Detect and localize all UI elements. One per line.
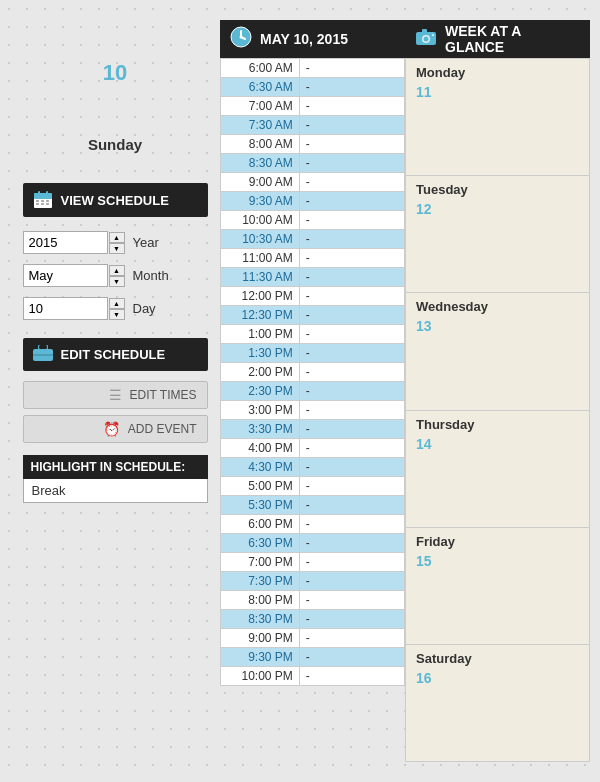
event-cell: -: [299, 401, 404, 420]
month-down-button[interactable]: ▼: [109, 276, 125, 287]
event-cell: -: [299, 610, 404, 629]
time-cell: 6:30 AM: [221, 78, 300, 97]
year-up-button[interactable]: ▲: [109, 232, 125, 243]
day-down-button[interactable]: ▼: [109, 309, 125, 320]
svg-rect-4: [46, 191, 48, 196]
month-spinner: ▲ ▼: [109, 265, 125, 287]
time-cell: 8:30 PM: [221, 610, 300, 629]
add-event-button[interactable]: ⏰ ADD EVENT: [23, 415, 208, 443]
year-down-button[interactable]: ▼: [109, 243, 125, 254]
time-cell: 9:00 PM: [221, 629, 300, 648]
event-cell: -: [299, 477, 404, 496]
event-cell: -: [299, 173, 404, 192]
event-cell: -: [299, 306, 404, 325]
event-cell: -: [299, 249, 404, 268]
event-cell: -: [299, 325, 404, 344]
schedule-column: MAY 10, 2015 6:00 AM-6:30 AM-7:00 AM-7:3…: [220, 20, 405, 762]
week-glance-column: WEEK AT A GLANCE Monday11Tuesday12Wednes…: [405, 20, 590, 762]
highlight-value: Break: [23, 479, 208, 503]
event-cell: -: [299, 648, 404, 667]
week-day-block: Thursday14: [405, 411, 590, 528]
time-cell: 7:00 AM: [221, 97, 300, 116]
time-cell: 4:30 PM: [221, 458, 300, 477]
briefcase-icon: [33, 345, 53, 364]
view-schedule-button[interactable]: VIEW SCHEDULE: [23, 183, 208, 217]
svg-rect-2: [34, 193, 52, 199]
time-cell: 7:30 PM: [221, 572, 300, 591]
year-field-row: 2015 ▲ ▼ Year: [23, 231, 208, 254]
event-cell: -: [299, 154, 404, 173]
week-glance-title: WEEK AT A GLANCE: [445, 23, 580, 55]
svg-point-18: [240, 35, 243, 38]
time-cell: 5:30 PM: [221, 496, 300, 515]
week-day-number: 16: [416, 670, 579, 686]
view-schedule-label: VIEW SCHEDULE: [61, 193, 169, 208]
day-input[interactable]: 10: [23, 297, 108, 320]
svg-rect-7: [46, 200, 49, 202]
event-cell: -: [299, 59, 404, 78]
svg-rect-23: [432, 34, 434, 36]
event-cell: -: [299, 116, 404, 135]
svg-rect-13: [39, 345, 47, 349]
edit-schedule-button[interactable]: EDIT SCHEDULE: [23, 338, 208, 371]
time-cell: 9:30 PM: [221, 648, 300, 667]
highlight-section: HIGHLIGHT IN SCHEDULE: Break: [23, 455, 208, 503]
event-cell: -: [299, 439, 404, 458]
event-cell: -: [299, 515, 404, 534]
event-cell: -: [299, 287, 404, 306]
svg-point-21: [424, 36, 429, 41]
event-cell: -: [299, 667, 404, 686]
schedule-header: MAY 10, 2015: [220, 20, 405, 58]
event-cell: -: [299, 572, 404, 591]
year-label: Year: [133, 235, 159, 250]
event-cell: -: [299, 97, 404, 116]
add-event-label: ADD EVENT: [128, 422, 197, 436]
schedule-clock-icon: [230, 26, 252, 53]
event-cell: -: [299, 135, 404, 154]
time-cell: 12:00 PM: [221, 287, 300, 306]
week-day-name: Monday: [416, 65, 579, 80]
time-cell: 11:30 AM: [221, 268, 300, 287]
event-cell: -: [299, 591, 404, 610]
svg-rect-22: [422, 29, 427, 33]
list-icon: ☰: [109, 387, 122, 403]
month-input[interactable]: May: [23, 264, 108, 287]
time-table: 6:00 AM-6:30 AM-7:00 AM-7:30 AM-8:00 AM-…: [220, 58, 405, 686]
week-day-block: Monday11: [405, 58, 590, 176]
event-cell: -: [299, 420, 404, 439]
week-day-name: Tuesday: [416, 182, 579, 197]
event-cell: -: [299, 553, 404, 572]
week-glance-list: Monday11Tuesday12Wednesday13Thursday14Fr…: [405, 58, 590, 762]
edit-times-button[interactable]: ☰ EDIT TIMES: [23, 381, 208, 409]
event-cell: -: [299, 230, 404, 249]
event-cell: -: [299, 363, 404, 382]
schedule-date: MAY 10, 2015: [260, 31, 348, 47]
highlight-label: HIGHLIGHT IN SCHEDULE:: [23, 455, 208, 479]
svg-rect-5: [36, 200, 39, 202]
time-cell: 12:30 PM: [221, 306, 300, 325]
week-day-name: Wednesday: [416, 299, 579, 314]
event-cell: -: [299, 458, 404, 477]
day-field-row: 10 ▲ ▼ Day: [23, 297, 208, 320]
year-input[interactable]: 2015: [23, 231, 108, 254]
time-cell: 1:30 PM: [221, 344, 300, 363]
day-label: Day: [133, 301, 156, 316]
time-cell: 10:00 AM: [221, 211, 300, 230]
week-day-block: Friday15: [405, 528, 590, 645]
week-day-number: 11: [416, 84, 579, 100]
week-day-block: Wednesday13: [405, 293, 590, 410]
week-day-number: 12: [416, 201, 579, 217]
week-day-name: Saturday: [416, 651, 579, 666]
day-up-button[interactable]: ▲: [109, 298, 125, 309]
time-cell: 3:30 PM: [221, 420, 300, 439]
week-day-number: 13: [416, 318, 579, 334]
time-cell: 5:00 PM: [221, 477, 300, 496]
week-day-number: 14: [416, 436, 579, 452]
time-cell: 6:30 PM: [221, 534, 300, 553]
week-day-block: Saturday16: [405, 645, 590, 762]
svg-rect-8: [36, 203, 39, 205]
month-up-button[interactable]: ▲: [109, 265, 125, 276]
edit-times-label: EDIT TIMES: [130, 388, 197, 402]
time-cell: 10:00 PM: [221, 667, 300, 686]
event-cell: -: [299, 344, 404, 363]
